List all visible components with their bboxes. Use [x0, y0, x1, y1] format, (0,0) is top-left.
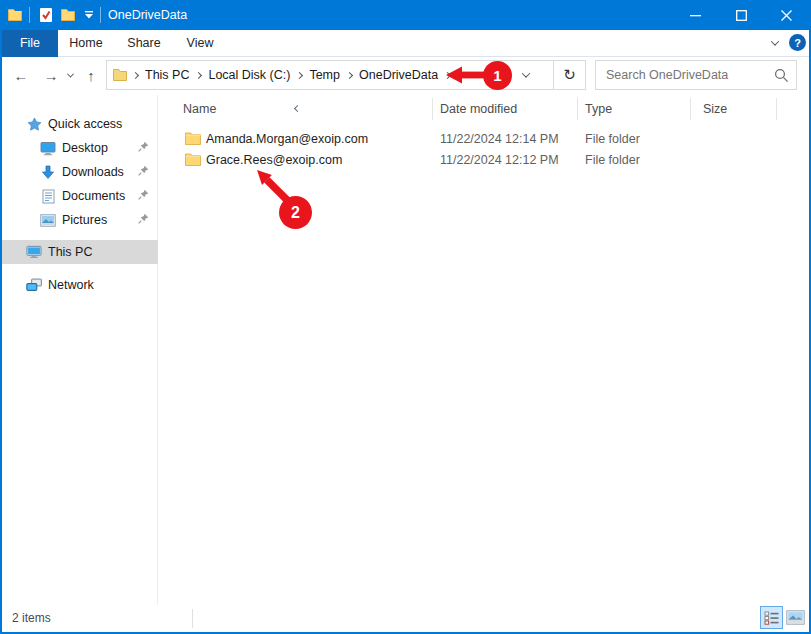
- file-date-modified: 11/22/2024 12:12 PM: [440, 153, 559, 167]
- search-input[interactable]: [596, 61, 796, 89]
- desktop-icon: [40, 140, 56, 156]
- sidebar-item-label: Documents: [62, 189, 125, 203]
- sidebar-item-label: Pictures: [62, 213, 107, 227]
- recent-locations-chevron-icon[interactable]: [62, 60, 78, 90]
- pin-icon: [137, 188, 150, 204]
- file-type: File folder: [585, 153, 640, 167]
- forward-button[interactable]: →: [38, 60, 64, 90]
- window-title: OneDriveData: [108, 0, 187, 30]
- search-icon[interactable]: [774, 68, 789, 87]
- column-header-date-modified[interactable]: Date modified: [440, 102, 517, 116]
- address-folder-icon: [113, 68, 129, 82]
- status-bar: 2 items: [2, 605, 809, 632]
- qat-separator: [29, 7, 30, 23]
- tab-view[interactable]: View: [174, 30, 226, 57]
- file-date-modified: 11/22/2024 12:14 PM: [440, 132, 559, 146]
- breadcrumb-chevron-icon[interactable]: [296, 71, 303, 78]
- app-folder-icon: [8, 7, 24, 23]
- sidebar-item-pictures[interactable]: Pictures: [2, 208, 158, 232]
- sidebar-item-label: Quick access: [48, 117, 122, 131]
- search-box: [595, 60, 797, 90]
- network-icon: [26, 277, 42, 293]
- column-separator[interactable]: [690, 98, 691, 120]
- annotation-step-1-badge: 1: [483, 61, 512, 90]
- annotation-step-2-badge: 2: [279, 196, 312, 229]
- qat-separator: [100, 7, 101, 23]
- pictures-icon: [40, 212, 56, 228]
- sort-ascending-caret-icon[interactable]: [295, 97, 300, 115]
- sidebar-item-this-pc[interactable]: This PC: [2, 240, 158, 264]
- breadcrumb-chevron-icon[interactable]: [132, 71, 139, 78]
- breadcrumb-local-disk-c[interactable]: Local Disk (C:): [203, 68, 295, 82]
- sidebar-item-label: Downloads: [62, 165, 124, 179]
- customize-quick-access-chevron-icon[interactable]: [82, 7, 96, 23]
- sidebar-item-network[interactable]: Network: [2, 273, 158, 297]
- sidebar-item-label: This PC: [48, 245, 92, 259]
- file-row-amanda-morgan[interactable]: Amanda.Morgan@exoip.com 11/22/2024 12:14…: [158, 129, 809, 149]
- status-separator: [192, 609, 193, 628]
- large-icons-view-button[interactable]: [786, 610, 805, 625]
- ribbon-tab-bar: File Home Share View ?: [0, 30, 811, 57]
- sidebar-item-downloads[interactable]: Downloads: [2, 160, 158, 184]
- sidebar-item-documents[interactable]: Documents: [2, 184, 158, 208]
- maximize-button[interactable]: [718, 0, 764, 30]
- annotation-arrow-1: [444, 63, 488, 87]
- folder-icon: [185, 153, 201, 169]
- window-border-left: [0, 0, 2, 634]
- sidebar-item-label: Desktop: [62, 141, 108, 155]
- file-type: File folder: [585, 132, 640, 146]
- details-view-button[interactable]: [760, 606, 783, 629]
- tab-share[interactable]: Share: [116, 30, 172, 57]
- pin-icon: [137, 140, 150, 156]
- new-folder-icon[interactable]: [61, 7, 77, 23]
- close-button[interactable]: [764, 0, 809, 30]
- breadcrumb-chevron-icon[interactable]: [195, 71, 202, 78]
- item-count: 2 items: [12, 605, 51, 632]
- column-header-type[interactable]: Type: [585, 102, 612, 116]
- address-bar[interactable]: This PC Local Disk (C:) Temp OneDriveDat…: [106, 60, 586, 90]
- sidebar-item-label: Network: [48, 278, 94, 292]
- downloads-icon: [40, 164, 56, 180]
- file-name: Amanda.Morgan@exoip.com: [206, 132, 368, 146]
- this-pc-icon: [26, 244, 42, 260]
- sidebar-item-quick-access[interactable]: Quick access: [2, 112, 158, 136]
- back-button[interactable]: ←: [8, 60, 34, 90]
- help-icon[interactable]: ?: [789, 34, 806, 51]
- navigation-pane: Quick access Desktop Downloads Docume: [2, 95, 158, 605]
- sidebar-item-desktop[interactable]: Desktop: [2, 136, 158, 160]
- tab-home[interactable]: Home: [60, 30, 112, 57]
- address-dropdown-chevron-icon[interactable]: [515, 61, 537, 89]
- breadcrumb-this-pc[interactable]: This PC: [140, 68, 194, 82]
- column-separator[interactable]: [432, 98, 433, 120]
- breadcrumb-chevron-icon[interactable]: [346, 71, 353, 78]
- documents-icon: [40, 188, 56, 204]
- column-header-name[interactable]: Name: [183, 102, 216, 116]
- breadcrumb-temp[interactable]: Temp: [304, 68, 345, 82]
- pin-icon: [137, 164, 150, 180]
- column-separator[interactable]: [577, 98, 578, 120]
- file-explorer-window: OneDriveData File Home Share View ? ← → …: [0, 0, 811, 634]
- folder-icon: [185, 132, 201, 148]
- titlebar: OneDriveData: [0, 0, 811, 30]
- up-button[interactable]: ↑: [78, 60, 104, 90]
- tab-file[interactable]: File: [2, 30, 58, 57]
- column-header-size[interactable]: Size: [703, 102, 727, 116]
- collapse-ribbon-chevron-icon[interactable]: [766, 34, 784, 52]
- refresh-button[interactable]: ↻: [553, 61, 585, 89]
- minimize-button[interactable]: [672, 0, 718, 30]
- breadcrumb-onedrivedata[interactable]: OneDriveData: [354, 68, 443, 82]
- properties-icon[interactable]: [38, 7, 54, 23]
- star-icon: [26, 116, 42, 132]
- pin-icon: [137, 212, 150, 228]
- column-separator[interactable]: [776, 98, 777, 120]
